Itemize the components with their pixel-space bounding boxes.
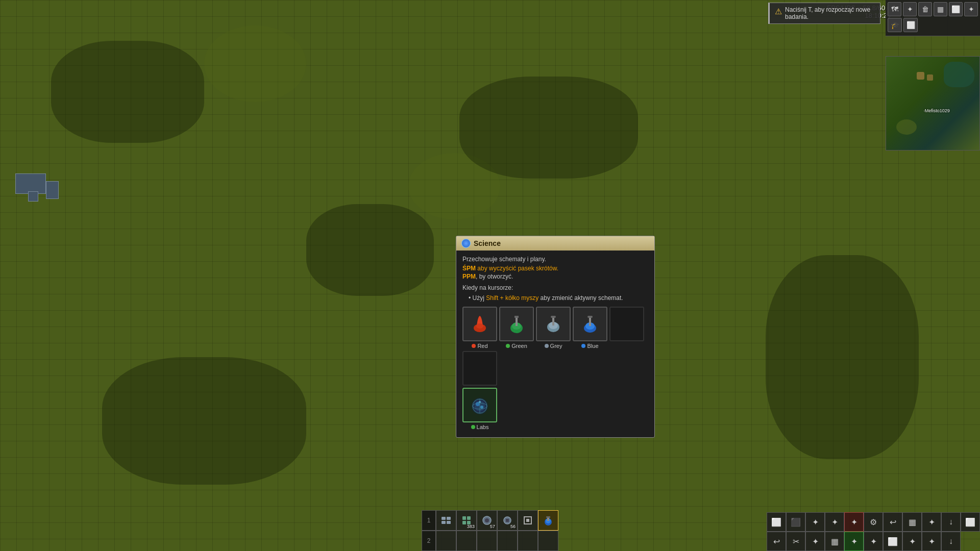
dot-red	[472, 344, 476, 348]
toolbar-btn-trash[interactable]: 🗑	[918, 2, 932, 16]
toolbar-btn-star[interactable]: ✦	[903, 2, 917, 16]
action-btn-1-2[interactable]: ⬛	[786, 512, 805, 532]
dot-green	[506, 344, 510, 348]
toolbar-btn-window[interactable]: ⬜	[903, 18, 918, 32]
svg-rect-23	[447, 517, 451, 520]
action-btn-1-10[interactable]: ↓	[941, 512, 961, 532]
science-item-green[interactable]: Green	[499, 307, 534, 349]
hotbar-badge-1-3: 57	[490, 524, 495, 529]
science-item-empty-1[interactable]	[609, 307, 644, 349]
svg-rect-35	[526, 519, 529, 522]
science-label-labs: Labs	[471, 424, 489, 430]
hotbar-slot-2-1[interactable]	[436, 531, 456, 551]
toolbar-btn-tech[interactable]: 🎓	[888, 18, 902, 32]
hotbar-slot-2-4[interactable]	[497, 531, 518, 551]
science-item-blue[interactable]: Blue	[573, 307, 607, 349]
science-panel-icon	[461, 239, 471, 248]
science-item-box-red[interactable]	[462, 307, 497, 341]
action-btn-2-5[interactable]: ✦	[844, 532, 864, 551]
hotbar-slot-1-6[interactable]	[538, 510, 558, 531]
svg-rect-26	[462, 516, 466, 520]
hotkey1-suffix: aby wyczyścić pasek skrótów.	[476, 265, 558, 272]
svg-rect-2	[514, 316, 519, 318]
hotbar-badge-1-2: 383	[467, 524, 475, 529]
svg-point-31	[485, 518, 489, 522]
science-items-row: Red Green	[462, 307, 648, 386]
action-btn-2-4[interactable]: ▦	[825, 532, 844, 551]
action-btn-1-3[interactable]: ✦	[805, 512, 825, 532]
bullet-suffix: aby zmienić aktywny schemat.	[538, 294, 623, 302]
hotbar-slot-2-5[interactable]	[518, 531, 538, 551]
hotbar-slot-1-3[interactable]: 57	[477, 510, 497, 531]
hotbar-col-4: 56	[497, 510, 518, 551]
toolbar-top: 🗺 ✦ 🗑 ▦ ⬜ ✦ 🎓 ⬜	[886, 0, 980, 36]
action-btn-1-1[interactable]: ⬜	[767, 512, 786, 532]
svg-rect-13	[587, 316, 593, 318]
action-btn-2-2[interactable]: ✂	[786, 532, 805, 551]
toolbar-btn-star2[interactable]: ✦	[964, 2, 978, 16]
bullet-prefix: Użyj	[473, 294, 486, 302]
minimap-player-label: ·Mefisto1029	[923, 108, 950, 113]
hotbar-slot-2-3[interactable]	[477, 531, 497, 551]
hotbar-row-2-num: 2	[422, 531, 436, 551]
hotbar-slot-1-1[interactable]	[436, 510, 456, 531]
hotbar-col-6	[538, 510, 558, 551]
svg-rect-22	[442, 517, 446, 520]
action-btn-1-6[interactable]: ⚙	[864, 512, 883, 532]
action-btn-2-10[interactable]: ↓	[941, 532, 961, 551]
hotkey2-suffix: , by otworzyć.	[476, 273, 513, 280]
science-item-box-empty-2[interactable]	[462, 351, 497, 386]
label-text-labs: Labs	[477, 424, 489, 430]
science-item-box-blue[interactable]	[573, 307, 607, 341]
dot-grey	[545, 344, 549, 348]
science-item-empty-2[interactable]	[462, 351, 497, 386]
action-btn-1-8[interactable]: ▦	[902, 512, 922, 532]
notification-banner: ⚠ Naciśnij T, aby rozpocząć nowe badania…	[768, 3, 880, 24]
minimap[interactable]: ·Mefisto1029	[886, 56, 980, 151]
toolbar-btn-square[interactable]: ⬜	[949, 2, 963, 16]
action-btn-2-7[interactable]: ⬜	[883, 532, 902, 551]
svg-rect-9	[551, 316, 556, 318]
hotbar-slot-1-4[interactable]: 56	[497, 510, 518, 531]
action-btn-2-1[interactable]: ↩	[767, 532, 786, 551]
science-item-box-labs[interactable]	[462, 388, 497, 422]
building-3	[28, 191, 38, 202]
action-btn-1-11[interactable]: ⬜	[961, 512, 980, 532]
building-2	[46, 181, 59, 199]
action-btn-1-7[interactable]: ↩	[883, 512, 902, 532]
hotkey2-prefix: PPM	[462, 273, 476, 280]
science-item-box-grey[interactable]	[536, 307, 571, 341]
science-item-box-green[interactable]	[499, 307, 534, 341]
svg-rect-5	[516, 318, 518, 326]
action-btn-2-3[interactable]: ✦	[805, 532, 825, 551]
toolbar-btn-map[interactable]: 🗺	[888, 2, 901, 16]
action-btn-2-9[interactable]: ✦	[922, 532, 941, 551]
panel-hotkey-1: ŚPM aby wyczyścić pasek skrótów.	[462, 265, 648, 272]
hotbar-slot-2-6[interactable]	[538, 531, 558, 551]
hotbar-slot-2-2[interactable]	[456, 531, 477, 551]
svg-point-18	[480, 406, 483, 409]
science-item-grey[interactable]: Grey	[536, 307, 571, 349]
minimap-canvas: ·Mefisto1029	[886, 57, 979, 150]
toolbar-row-2: 🎓 ⬜	[888, 18, 978, 32]
hotbar-slot-1-5[interactable]	[518, 510, 538, 531]
action-bar: ⬜ ⬛ ✦ ✦ ✦ ⚙ ↩ ▦ ✦ ↓ ⬜ ↩ ✂ ✦ ▦ ✦ ✦ ⬜ ✦ ✦ …	[767, 512, 980, 551]
action-btn-1-9[interactable]: ✦	[922, 512, 941, 532]
svg-point-1	[476, 323, 483, 329]
action-btn-1-4[interactable]: ✦	[825, 512, 844, 532]
action-btn-1-5[interactable]: ✦	[844, 512, 864, 532]
toolbar-btn-grid[interactable]: ▦	[934, 2, 947, 16]
science-panel-body: Przechowuje schematy i plany. ŚPM aby wy…	[456, 251, 654, 437]
svg-rect-25	[447, 521, 451, 524]
science-item-box-empty-1[interactable]	[609, 307, 644, 341]
science-label-green: Green	[506, 343, 527, 349]
hotbar-slot-1-2[interactable]: 383	[456, 510, 477, 531]
science-panel-title-text: Science	[474, 239, 501, 247]
label-text-blue: Blue	[587, 343, 598, 349]
action-btn-2-8[interactable]: ✦	[902, 532, 922, 551]
science-item-red[interactable]: Red	[462, 307, 497, 349]
panel-cursor-label: Kiedy na kursorze:	[462, 284, 648, 291]
panel-hotkey-2: PPM, by otworzyć.	[462, 273, 648, 280]
science-item-labs[interactable]: Labs	[462, 388, 497, 430]
action-btn-2-6[interactable]: ✦	[864, 532, 883, 551]
